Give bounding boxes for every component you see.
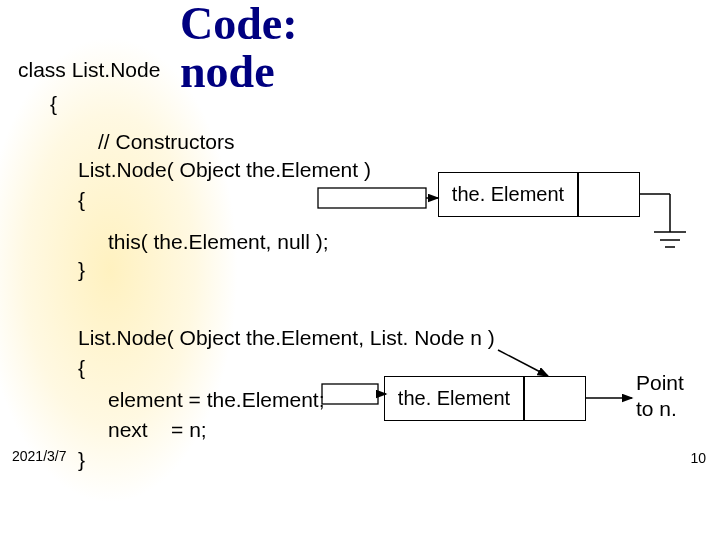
arrow-3 (498, 350, 548, 376)
arrow-rect-2 (322, 384, 378, 404)
diagram1-cell2 (578, 172, 640, 217)
code-ctor1-close: } (78, 258, 85, 282)
diagram2-cell2 (524, 376, 586, 421)
code-ctor2-body1: element = the.Element; (108, 388, 325, 412)
title-line2: node (180, 46, 275, 97)
code-ctor2-sig: List.Node( Object the.Element, List. Nod… (78, 326, 495, 350)
code-ctor2-open: { (78, 356, 85, 380)
code-brace-open: { (50, 92, 57, 116)
code-ctor1-open: { (78, 188, 85, 212)
title-line1: Code: (180, 0, 298, 49)
code-class-decl: class List.Node (18, 58, 160, 82)
slide-title: Code: node (180, 0, 298, 97)
ground-symbol (640, 194, 686, 247)
code-ctor1-sig: List.Node( Object the.Element ) (78, 158, 371, 182)
code-ctor2-body2: next = n; (108, 418, 207, 442)
code-ctor1-body: this( the.Element, null ); (108, 230, 329, 254)
diagram2-cell1: the. Element (384, 376, 524, 421)
diagram2-cell1-label: the. Element (398, 387, 510, 410)
code-comment: // Constructors (98, 130, 235, 154)
footer-date: 2021/3/7 (12, 448, 67, 464)
diagram1-cell1-label: the. Element (452, 183, 564, 206)
code-ctor2-close: } (78, 448, 85, 472)
annot-line2: to n. (636, 397, 677, 420)
annot-line1: Point (636, 371, 684, 394)
diagram1-cell1: the. Element (438, 172, 578, 217)
annotation-point-to-n: Point to n. (636, 370, 684, 423)
footer-page-number: 10 (690, 450, 706, 466)
arrow-rect-1 (318, 188, 426, 208)
